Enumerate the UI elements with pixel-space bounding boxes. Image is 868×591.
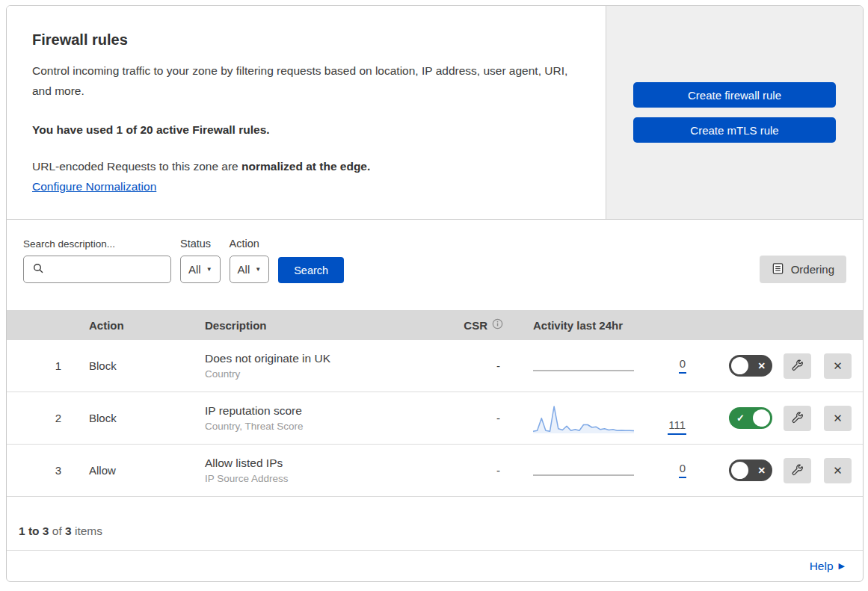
x-icon: ✕ [833,464,843,477]
column-header-activity: Activity last 24hr [521,319,708,332]
column-header-csr: CSR [446,318,521,332]
rule-enabled-toggle[interactable]: ✓ ✕ [729,460,772,481]
ordering-button-label: Ordering [791,263,834,276]
activity-count-link[interactable]: 111 [668,419,686,435]
help-row: Help ▶ [7,550,863,581]
toggle-knob [731,462,748,479]
table-header-row: Action Description CSR Activity last 24h… [7,310,863,340]
search-input[interactable] [23,256,171,283]
toggle-knob [753,409,770,427]
table-row: 3 Allow Allow listed IPs IP Source Addre… [7,445,863,497]
rule-activity-cell: 111 [521,402,708,435]
list-document-icon [772,262,784,277]
rule-controls: ✓ ✕ ✕ [708,406,863,431]
rule-description-cell: IP reputation score Country, Threat Scor… [205,404,446,432]
page-description: Control incoming traffic to your zone by… [32,61,570,101]
delete-rule-button[interactable]: ✕ [824,353,852,379]
action-select[interactable]: All ▼ [230,256,270,283]
rule-description: IP reputation score [205,404,446,418]
edit-rule-button[interactable] [784,406,811,431]
column-header-action: Action [74,319,205,332]
search-field-group: Search description... [23,238,171,283]
page-title: Firewall rules [32,31,580,49]
rule-description: Allow listed IPs [205,457,446,470]
edit-rule-button[interactable] [784,458,811,483]
firewall-rules-card: Firewall rules Control incoming traffic … [6,5,864,582]
rule-controls: ✓ ✕ ✕ [708,353,863,379]
rule-criteria: Country [205,368,446,380]
rule-number: 3 [7,464,74,477]
toggle-knob [731,357,748,374]
rule-action: Allow [74,464,205,477]
search-icon [32,262,44,277]
pagination-summary: 1 to 3 of 3 items [7,497,863,550]
rule-action: Block [74,412,205,424]
normalization-note: URL-encoded Requests to this zone are no… [32,160,580,173]
action-panel: Create firewall rule Create mTLS rule [606,6,863,219]
chevron-down-icon: ▼ [206,266,212,273]
table-row: 1 Block Does not originate in UK Country… [7,340,863,392]
usage-summary: You have used 1 of 20 active Firewall ru… [32,123,580,137]
x-icon: ✕ [833,359,843,373]
activity-sparkline [533,402,634,435]
action-label: Action [230,238,270,250]
action-selected-value: All [238,263,250,276]
delete-rule-button[interactable]: ✕ [824,406,852,431]
cross-icon: ✕ [758,360,766,371]
chevron-down-icon: ▼ [255,266,261,273]
activity-flatline [533,370,634,374]
arrow-right-icon: ▶ [839,561,845,571]
wrench-icon [791,463,804,478]
status-field-group: Status All ▼ [180,238,221,283]
rule-number: 1 [7,359,74,372]
header-section: Firewall rules Control incoming traffic … [7,6,863,220]
rule-description-cell: Allow listed IPs IP Source Address [205,457,446,484]
wrench-icon [791,411,804,426]
rule-enabled-toggle[interactable]: ✓ ✕ [729,355,772,377]
delete-rule-button[interactable]: ✕ [824,458,852,483]
help-link[interactable]: Help ▶ [810,560,845,573]
rule-criteria: IP Source Address [205,473,446,484]
rule-csr: - [446,464,521,477]
status-selected-value: All [188,263,201,276]
rule-description-cell: Does not originate in UK Country [205,352,446,380]
x-icon: ✕ [833,412,843,425]
activity-flatline [533,474,634,478]
rule-enabled-toggle[interactable]: ✓ ✕ [729,407,772,429]
rule-csr: - [446,359,521,372]
column-header-description: Description [205,319,446,332]
configure-normalization-link[interactable]: Configure Normalization [32,180,156,194]
search-label: Search description... [23,238,171,250]
rule-action: Block [74,359,205,372]
rule-description: Does not originate in UK [205,352,446,365]
edit-rule-button[interactable] [784,353,811,379]
create-mtls-rule-button[interactable]: Create mTLS rule [633,117,836,143]
status-label: Status [180,238,221,250]
rule-number: 2 [7,412,74,424]
rule-csr: - [446,412,521,424]
status-select[interactable]: All ▼ [180,256,221,283]
header-text-area: Firewall rules Control incoming traffic … [7,6,606,219]
ordering-button[interactable]: Ordering [760,256,846,283]
wrench-icon [791,359,804,374]
action-field-group: Action All ▼ [230,238,270,283]
check-icon: ✓ [736,412,745,424]
rule-criteria: Country, Threat Score [205,421,446,432]
pagination-total: 3 [65,525,72,537]
activity-count-link[interactable]: 0 [679,358,686,374]
rule-activity-cell: 0 [521,358,708,374]
pagination-range: 1 to 3 [19,525,49,537]
info-icon[interactable] [492,318,503,332]
search-button[interactable]: Search [278,257,344,283]
cross-icon: ✕ [758,465,766,476]
filter-bar: Search description... Status All ▼ Actio… [7,220,863,310]
activity-count-link[interactable]: 0 [679,462,686,478]
rule-activity-cell: 0 [521,462,708,478]
create-firewall-rule-button[interactable]: Create firewall rule [633,82,836,108]
table-row: 2 Block IP reputation score Country, Thr… [7,392,863,445]
rule-controls: ✓ ✕ ✕ [708,458,863,483]
